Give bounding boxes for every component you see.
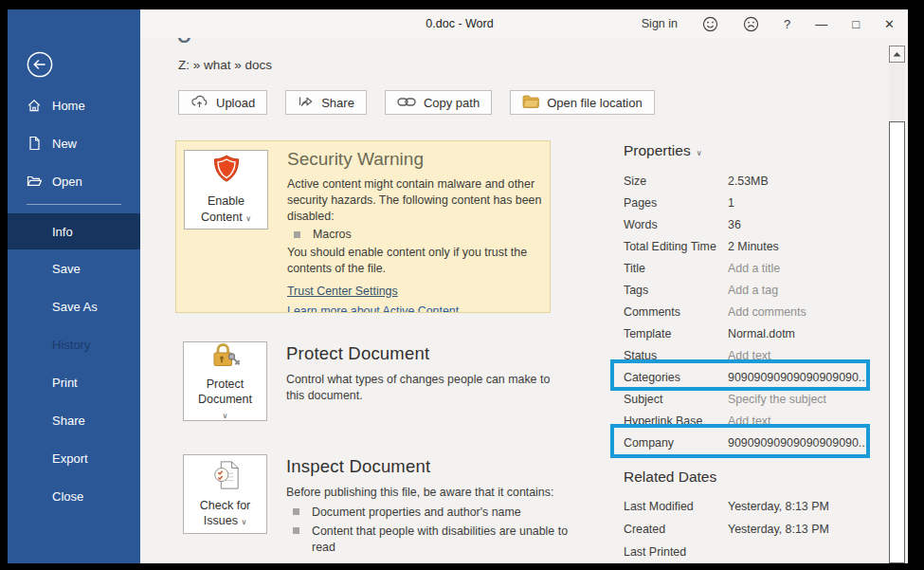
property-row-company: Company90909090909090909090... (624, 432, 881, 453)
security-warning-body2: You should enable content only if you tr… (287, 245, 545, 277)
specify-subject-field[interactable]: Specify the subject (728, 393, 826, 406)
add-status-field[interactable]: Add text (728, 349, 770, 362)
close-button[interactable]: ✕ (884, 18, 895, 30)
sidebar-item-export[interactable]: Export (8, 439, 140, 477)
open-file-location-label: Open file location (547, 96, 642, 110)
learn-more-active-content-link[interactable]: Learn more about Active Content (287, 304, 545, 313)
inspect-bullet-item: Document properties and author's name (286, 505, 589, 521)
vertical-scrollbar (889, 38, 906, 563)
upload-button[interactable]: Upload (178, 90, 267, 115)
sidebar-item-close[interactable]: Close (8, 477, 140, 515)
back-arrow-icon (27, 64, 53, 81)
protect-document-section: Protect Document ∨ Protect Document Cont… (183, 341, 589, 421)
frowny-face-icon[interactable] (743, 16, 759, 32)
inspect-document-section: Check for Issues ∨ Inspect Document Befo… (183, 454, 589, 559)
property-row-title: TitleAdd a title (624, 257, 881, 279)
check-for-issues-button[interactable]: Check for Issues ∨ (183, 454, 267, 534)
upload-label: Upload (216, 96, 255, 110)
enable-content-button[interactable]: Enable Content ∨ (184, 150, 268, 230)
sidebar-divider (27, 204, 121, 205)
chevron-down-icon: ∨ (223, 412, 228, 420)
inspect-document-heading: Inspect Document (286, 456, 589, 477)
info-page: 0 Z: » what » docs Upload Share (140, 38, 908, 563)
trust-center-settings-link[interactable]: Trust Center Settings (287, 285, 545, 298)
scrollbar-thumb[interactable] (889, 121, 905, 563)
sidebar-item-label: Home (52, 99, 85, 113)
sidebar-item-label: New (52, 137, 77, 151)
home-icon (27, 98, 42, 113)
inspect-document-icon (210, 460, 241, 493)
minimize-button[interactable]: — (815, 18, 827, 30)
protect-document-label: Protect Document (198, 377, 252, 406)
related-dates-heading: Related Dates (624, 469, 716, 486)
sidebar-item-label: History (52, 338, 90, 352)
date-row-last-modified: Last ModifiedYesterday, 8:13 PM (624, 495, 881, 518)
open-file-location-button[interactable]: Open file location (510, 90, 654, 115)
sidebar-item-save[interactable]: Save (8, 249, 140, 287)
share-label: Share (321, 96, 354, 110)
smiley-face-icon[interactable] (702, 16, 718, 32)
protect-document-heading: Protect Document (286, 343, 589, 364)
bullet-square-icon (293, 527, 299, 534)
security-warning-title: Security Warning (287, 149, 545, 170)
chevron-down-icon: ∨ (245, 214, 251, 223)
sidebar-item-history: History (8, 325, 140, 363)
property-row-status: StatusAdd text (624, 344, 881, 366)
share-arrow-icon (298, 94, 314, 111)
sidebar-item-home[interactable]: Home (8, 86, 140, 124)
property-row-comments: CommentsAdd comments (624, 301, 881, 322)
copy-path-button[interactable]: Copy path (385, 90, 492, 115)
share-button[interactable]: Share (285, 90, 367, 115)
properties-heading[interactable]: Properties∨ (624, 142, 702, 159)
word-backstage-window: Home New Open Info Save S (8, 9, 908, 563)
add-hyperlink-base-field[interactable]: Add text (728, 414, 770, 428)
open-folder-icon (27, 174, 42, 189)
sidebar-item-label: Save (52, 262, 81, 276)
add-comments-field[interactable]: Add comments (728, 305, 806, 319)
sidebar-item-label: Print (52, 376, 78, 390)
security-warning-panel: Enable Content ∨ Security Warning Active… (175, 140, 551, 313)
chevron-down-icon: ∨ (697, 149, 702, 157)
sidebar-item-label: Share (52, 414, 85, 428)
protect-document-button[interactable]: Protect Document ∨ (183, 341, 267, 421)
company-value[interactable]: 90909090909090909090... (728, 436, 868, 450)
property-row-categories: Categories90909090909090909090... (624, 366, 881, 388)
property-row-pages: Pages1 (624, 192, 881, 213)
properties-list: Size2.53MB Pages1 Words36 Total Editing … (624, 170, 881, 453)
scrollbar-up-button[interactable] (889, 46, 905, 63)
bullet-square-icon (294, 231, 300, 238)
sidebar-item-label: Save As (52, 300, 98, 314)
add-tag-field[interactable]: Add a tag (728, 284, 778, 297)
property-row-total-editing-time: Total Editing Time2 Minutes (624, 235, 881, 257)
date-row-last-printed: Last Printed (624, 541, 881, 563)
sign-in-button[interactable]: Sign in (642, 18, 678, 30)
cloud-upload-icon (190, 94, 208, 111)
maximize-button[interactable]: □ (852, 18, 860, 30)
backstage-sidebar: Home New Open Info Save S (8, 9, 140, 563)
window-title: 0.doc - Word (426, 9, 493, 38)
link-chain-icon (397, 96, 416, 110)
sidebar-item-print[interactable]: Print (8, 363, 140, 401)
add-title-field[interactable]: Add a title (728, 262, 780, 275)
sidebar-item-new[interactable]: New (8, 124, 140, 162)
lock-key-icon (209, 340, 242, 372)
sidebar-item-open[interactable]: Open (8, 162, 140, 200)
sidebar-item-share[interactable]: Share (8, 401, 140, 439)
enable-content-label: Enable Content (201, 194, 245, 223)
categories-value[interactable]: 90909090909090909090... (728, 371, 868, 384)
breadcrumb: Z: » what » docs (178, 58, 272, 72)
sidebar-item-info[interactable]: Info (8, 213, 140, 249)
sidebar-item-label: Open (52, 175, 82, 189)
protect-document-description: Control what types of changes people can… (286, 372, 571, 405)
help-button[interactable]: ? (784, 18, 790, 30)
property-row-hyperlink-base: Hyperlink BaseAdd text (624, 410, 881, 432)
sidebar-item-label: Export (52, 451, 88, 466)
inspect-bullet-item: Content that people with disabilities ar… (286, 524, 589, 555)
security-bullet-macros: Macros (287, 228, 545, 241)
chevron-down-icon: ∨ (241, 518, 246, 526)
property-row-template: TemplateNormal.dotm (624, 322, 881, 344)
back-button[interactable] (27, 51, 53, 78)
triangle-up-icon (893, 51, 901, 57)
sidebar-item-save-as[interactable]: Save As (8, 287, 140, 325)
security-shield-icon (212, 155, 241, 189)
